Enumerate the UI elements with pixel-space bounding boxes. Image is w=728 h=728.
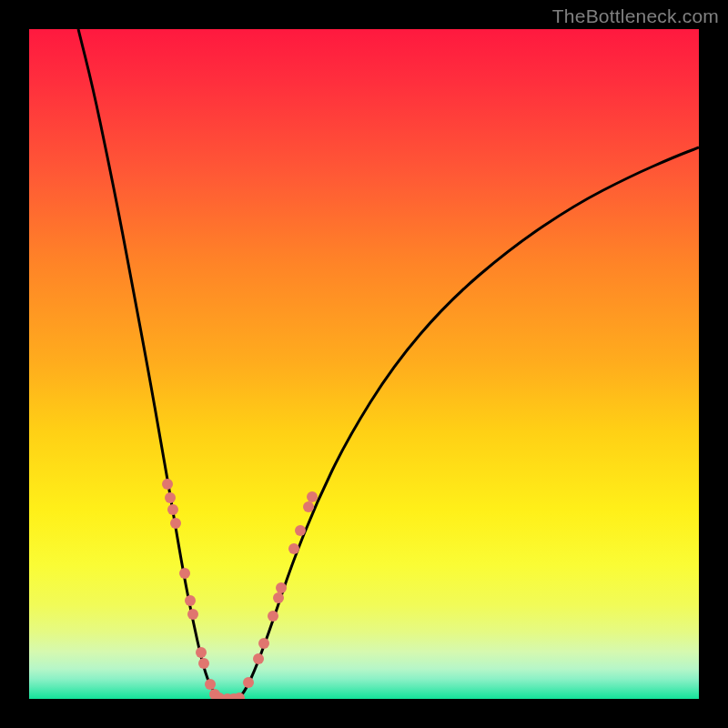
data-marker [253, 653, 264, 664]
data-marker [198, 658, 209, 669]
watermark-text: TheBottleneck.com [552, 5, 719, 27]
data-marker [258, 638, 269, 649]
data-marker [162, 479, 173, 490]
data-marker [167, 504, 178, 515]
data-marker [303, 501, 314, 512]
data-marker [243, 677, 254, 688]
data-marker [295, 525, 306, 536]
plot-area [29, 29, 699, 699]
chart-svg [29, 29, 699, 699]
data-marker [288, 543, 299, 554]
chart-frame: TheBottleneck.com [0, 0, 728, 728]
left-curve [78, 29, 222, 699]
right-curve [238, 147, 699, 699]
data-marker [179, 568, 190, 579]
data-marker [187, 609, 198, 620]
data-marker [276, 582, 287, 593]
data-marker [268, 611, 278, 622]
curve-layer [78, 29, 699, 699]
data-marker [307, 491, 318, 502]
data-marker [170, 518, 181, 529]
data-marker [205, 679, 216, 690]
data-marker [273, 592, 284, 603]
data-marker [185, 595, 196, 606]
data-marker [165, 492, 176, 503]
data-marker [196, 647, 207, 658]
